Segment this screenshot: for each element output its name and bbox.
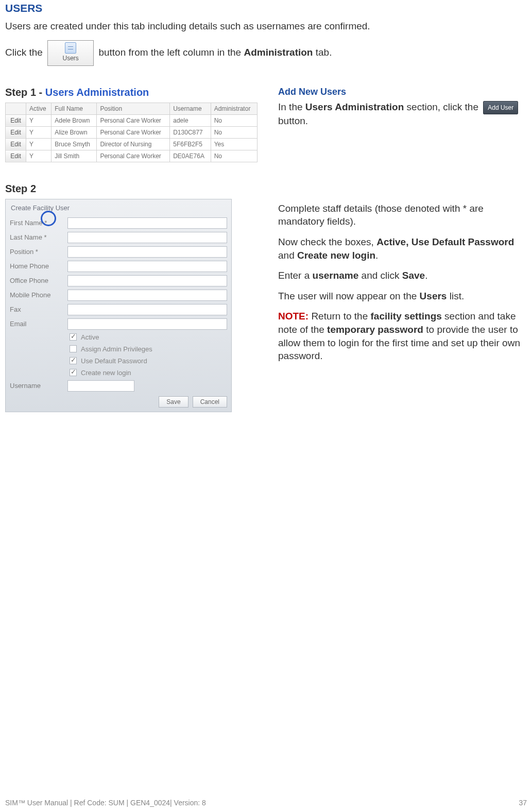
text: Active, Use Default Password <box>376 236 514 247</box>
text: Users <box>420 291 447 301</box>
checkbox[interactable] <box>70 369 77 376</box>
table-row: EditYAlize BrownPersonal Care WorkerD130… <box>6 126 258 138</box>
text: and click <box>358 270 402 281</box>
step1-title: Users Administration <box>45 87 149 98</box>
text: Save <box>402 270 425 281</box>
edit-button[interactable]: Edit <box>6 114 26 126</box>
form-row: Fax <box>10 302 227 317</box>
field-label: First Name * <box>10 219 67 227</box>
text-field[interactable] <box>67 318 227 330</box>
checkbox[interactable] <box>70 357 77 364</box>
users-table: Active Full Name Position Username Admin… <box>5 103 258 162</box>
page-title: USERS <box>5 2 527 14</box>
table-cell: Adele Brown <box>52 114 97 126</box>
edit-button[interactable]: Edit <box>6 150 26 162</box>
text: The user will now appear on the <box>278 291 420 301</box>
table-cell: No <box>211 150 257 162</box>
username-field[interactable] <box>67 380 134 392</box>
add-user-button[interactable]: Add User <box>483 101 518 114</box>
table-cell: Alize Brown <box>52 126 97 138</box>
save-button[interactable]: Save <box>159 396 188 408</box>
users-toolbar-button[interactable]: Users <box>47 40 94 66</box>
table-cell: Director of Nursing <box>97 138 170 150</box>
field-label: Email <box>10 320 67 328</box>
text: . <box>425 270 427 281</box>
text: Create new login <box>297 250 375 261</box>
table-cell: Y <box>26 126 52 138</box>
administration-tab-name: Administration <box>244 47 313 58</box>
text: Now check the boxes, <box>278 236 376 247</box>
col-admin: Administrator <box>211 103 257 114</box>
create-facility-user-panel: Create Facility User First Name *Last Na… <box>5 199 232 412</box>
table-row: EditYBruce SmythDirector of Nursing5F6FB… <box>6 138 258 150</box>
text: button. <box>278 115 308 126</box>
step2-p4: The user will now appear on the Users li… <box>278 290 527 303</box>
table-cell: adele <box>170 114 211 126</box>
table-cell: DE0AE76A <box>170 150 211 162</box>
text-field[interactable] <box>67 304 227 315</box>
text-field[interactable] <box>67 290 227 301</box>
text: Enter a <box>278 270 313 281</box>
click-instruction: Click the Users button from the left col… <box>5 40 527 66</box>
field-label: Fax <box>10 306 67 313</box>
field-label: Last Name * <box>10 233 67 241</box>
text-field[interactable] <box>67 261 227 272</box>
table-cell: Y <box>26 150 52 162</box>
text: button from the left column in the <box>98 47 244 58</box>
checkbox-label: Active <box>81 333 99 341</box>
step1-label: Step 1 <box>5 87 36 98</box>
form-row: First Name * <box>10 216 227 230</box>
form-row: Email <box>10 317 227 331</box>
field-label: Position * <box>10 248 67 256</box>
text: section, click the <box>404 102 481 112</box>
add-new-users-heading: Add New Users <box>278 87 527 97</box>
field-label: Office Phone <box>10 277 67 284</box>
text: facility settings <box>371 311 442 322</box>
edit-button[interactable]: Edit <box>6 138 26 150</box>
table-cell: Yes <box>211 138 257 150</box>
step1-heading: Step 1 - Users Administration <box>5 87 258 98</box>
table-row: EditYAdele BrownPersonal Care Workeradel… <box>6 114 258 126</box>
table-cell: Y <box>26 138 52 150</box>
text: list. <box>447 291 464 301</box>
col-username: Username <box>170 103 211 114</box>
checkbox-row: Assign Admin Privileges <box>10 343 227 355</box>
page-footer: SIM™ User Manual | Ref Code: SUM | GEN4_… <box>5 799 527 807</box>
text-field[interactable] <box>67 232 227 243</box>
text-field[interactable] <box>67 217 227 229</box>
table-cell: 5F6FB2F5 <box>170 138 211 150</box>
table-cell: Personal Care Worker <box>97 126 170 138</box>
table-cell: No <box>211 126 257 138</box>
text: In the <box>278 102 305 112</box>
checkbox-label: Use Default Password <box>81 357 147 365</box>
col-fullname: Full Name <box>52 103 97 114</box>
step2-heading: Step 2 <box>5 183 527 195</box>
form-row: Position * <box>10 245 227 259</box>
table-cell: Personal Care Worker <box>97 114 170 126</box>
checkbox-row: Active <box>10 331 227 343</box>
step2-p1: Complete staff details (those denoted wi… <box>278 202 527 228</box>
checkbox[interactable] <box>70 333 77 341</box>
table-row: EditYJill SmithPersonal Care WorkerDE0AE… <box>6 150 258 162</box>
table-cell: No <box>211 114 257 126</box>
checkbox-row: Create new login <box>10 367 227 379</box>
text-field[interactable] <box>67 275 227 286</box>
page-number: 37 <box>519 799 527 807</box>
text-field[interactable] <box>67 246 227 258</box>
text: Click the <box>5 47 45 58</box>
edit-button[interactable]: Edit <box>6 126 26 138</box>
text: username <box>313 270 359 281</box>
form-row: Last Name * <box>10 230 227 245</box>
text: . <box>375 250 378 261</box>
col-edit <box>6 103 26 114</box>
field-label: Home Phone <box>10 262 67 270</box>
table-header-row: Active Full Name Position Username Admin… <box>6 103 258 114</box>
checkbox-label: Assign Admin Privileges <box>81 345 152 353</box>
cancel-button[interactable]: Cancel <box>193 396 227 408</box>
text: and <box>278 250 297 261</box>
checkbox[interactable] <box>70 345 77 352</box>
form-row: Mobile Phone <box>10 288 227 302</box>
table-cell: Jill Smith <box>52 150 97 162</box>
step2-p2: Now check the boxes, Active, Use Default… <box>278 235 527 262</box>
users-icon <box>65 42 76 54</box>
